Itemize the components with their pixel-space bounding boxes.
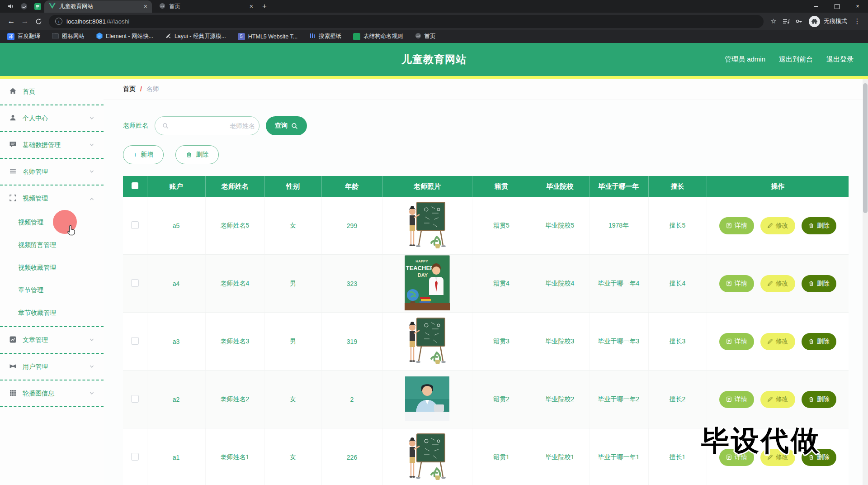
baidu-translate-icon: 译 — [7, 33, 14, 40]
delete-button[interactable]: 删除 — [802, 333, 836, 350]
edit-button[interactable]: 修改 — [760, 275, 795, 292]
cell-photo — [382, 197, 472, 255]
edit-button[interactable]: 修改 — [760, 333, 795, 350]
teacher-blackboard-illustration[interactable] — [406, 431, 449, 482]
teacher-blackboard-illustration[interactable] — [406, 315, 449, 366]
browser-tab-active[interactable]: 儿童教育网站 × — [44, 0, 152, 13]
man-at-desk-photo[interactable] — [405, 376, 449, 421]
new-tab-button[interactable]: + — [258, 2, 271, 11]
breadcrumb: 首页 / 名师 — [104, 79, 868, 100]
search-icon — [162, 123, 169, 129]
site-info-icon[interactable]: i — [55, 18, 62, 25]
detail-button[interactable]: 详情 — [719, 333, 754, 350]
table-row: a3 老师姓名3 男 319 籍贯3 毕业院校3 毕业于哪一年3 擅长3 详情 … — [123, 313, 849, 371]
cell-origin: 籍贯1 — [472, 428, 531, 485]
pinned-tab-dark-icon[interactable] — [17, 0, 31, 13]
cell-age: 299 — [321, 197, 382, 255]
scrollbar-thumb[interactable] — [863, 83, 868, 213]
detail-button[interactable]: 详情 — [719, 275, 754, 292]
teacher-blackboard-illustration[interactable] — [406, 200, 449, 250]
forward-button[interactable]: → — [18, 14, 32, 28]
chevron-up-icon — [89, 195, 94, 202]
bookmark-html5[interactable]: 5 HTML5 Website T... — [238, 33, 297, 40]
vue-logo-icon — [49, 3, 56, 10]
select-all-checkbox[interactable] — [132, 182, 138, 189]
sidebar-item-base-data[interactable]: 基础数据管理 — [0, 132, 104, 158]
reading-list-icon[interactable] — [780, 18, 793, 24]
browser-menu-icon[interactable]: ⋮ — [851, 17, 863, 25]
window-maximize-button[interactable] — [826, 0, 847, 13]
bookmark-element[interactable]: Element - 网站快... — [96, 33, 153, 41]
teachers-day-poster[interactable] — [405, 255, 450, 310]
bookmark-layui[interactable]: Layui - 经典开源模... — [165, 33, 226, 40]
pencil-icon — [767, 338, 773, 344]
sidebar-subitem-chapter-favorites[interactable]: 章节收藏管理 — [0, 302, 104, 324]
delete-button[interactable]: 删除 — [802, 275, 836, 292]
cell-account: a5 — [147, 197, 205, 255]
sidebar-subitem-video-favorites[interactable]: 视频收藏管理 — [0, 257, 104, 279]
bookmark-star-icon[interactable]: ☆ — [767, 17, 780, 25]
detail-button[interactable]: 详情 — [719, 217, 754, 234]
doc-icon — [726, 396, 732, 402]
address-bar[interactable]: i localhost:8081/#/laoshi — [49, 15, 764, 28]
sidebar-item-home[interactable]: 首页 — [0, 79, 104, 105]
sidebar-item-video-management[interactable]: 视频管理 — [0, 185, 104, 211]
header-links: 管理员 admin 退出到前台 退出登录 — [725, 55, 868, 64]
html5-icon: 5 — [238, 33, 245, 40]
detail-button[interactable]: 详情 — [719, 391, 754, 408]
sidebar-item-article-management[interactable]: 文章管理 — [0, 327, 104, 353]
key-icon[interactable] — [793, 18, 805, 25]
exit-to-front-link[interactable]: 退出到前台 — [779, 55, 813, 64]
pinned-tab-green-icon[interactable] — [31, 0, 44, 13]
bookmark-naming-rules[interactable]: 表结构命名规则 — [353, 33, 403, 40]
sidebar-item-teacher-management[interactable]: 名师管理 — [0, 159, 104, 185]
row-checkbox[interactable] — [131, 221, 139, 229]
doc-icon — [726, 281, 732, 286]
breadcrumb-home[interactable]: 首页 — [123, 85, 136, 93]
column-header: 擅长 — [648, 176, 707, 197]
search-label: 老师姓名 — [123, 122, 148, 130]
browser-tab-inactive[interactable]: 首页 × — [155, 0, 258, 13]
search-toolbar: 老师姓名 查询 — [123, 116, 849, 135]
row-checkbox[interactable] — [131, 337, 139, 345]
cell-account: a2 — [147, 371, 205, 428]
edit-button[interactable]: 修改 — [760, 391, 795, 408]
logout-link[interactable]: 退出登录 — [826, 55, 854, 64]
back-button[interactable]: ← — [5, 14, 18, 28]
column-header: 账户 — [147, 176, 205, 197]
row-checkbox[interactable] — [131, 279, 139, 287]
bookmark-home[interactable]: 首页 — [415, 33, 436, 40]
cell-account: a1 — [147, 428, 205, 485]
reload-button[interactable] — [32, 14, 45, 28]
header-select-all[interactable] — [123, 176, 147, 197]
sidebar-subitem-chapter-management[interactable]: 章节管理 — [0, 279, 104, 302]
bookmark-baidu-translate[interactable]: 译 百度翻译 — [7, 33, 40, 40]
tab-close-icon[interactable]: × — [250, 3, 253, 10]
bookmark-wallpaper-search[interactable]: 搜索壁纸 — [309, 33, 341, 40]
edit-button[interactable]: 修改 — [760, 217, 795, 234]
sidebar-item-user-management[interactable]: 用户管理 — [0, 354, 104, 380]
delete-button[interactable]: 删除 — [802, 217, 836, 234]
sidebar-subitem-video-comments[interactable]: 视频留言管理 — [0, 234, 104, 257]
sidebar-subitem-video-management[interactable]: 视频管理 — [0, 211, 104, 234]
search-input[interactable] — [172, 122, 256, 130]
sidebar-item-personal-center[interactable]: 个人中心 — [0, 105, 104, 131]
incognito-badge[interactable]: 无痕模式 — [809, 16, 847, 27]
delete-button[interactable]: 删除 — [175, 145, 219, 164]
cell-account: a4 — [147, 255, 205, 313]
scrollbar[interactable] — [863, 79, 868, 485]
breadcrumb-separator: / — [140, 86, 142, 93]
delete-button[interactable]: 删除 — [802, 391, 836, 408]
table-row: a5 老师姓名5 女 299 籍贯5 毕业院校5 1978年 擅长5 详情 修改… — [123, 197, 849, 255]
add-button[interactable]: + 新增 — [123, 145, 164, 164]
window-minimize-button[interactable] — [806, 0, 826, 13]
bookmark-icon-site[interactable]: 图标网站 — [52, 33, 85, 40]
window-close-button[interactable]: × — [847, 0, 868, 13]
row-checkbox[interactable] — [131, 453, 139, 461]
query-button[interactable]: 查询 — [266, 116, 307, 135]
cell-actions: 详情 修改 删除 — [707, 255, 849, 313]
cell-photo — [382, 313, 472, 371]
tab-close-icon[interactable]: × — [144, 3, 147, 10]
row-checkbox[interactable] — [131, 395, 139, 403]
sidebar-item-carousel-info[interactable]: 轮播图信息 — [0, 380, 104, 406]
